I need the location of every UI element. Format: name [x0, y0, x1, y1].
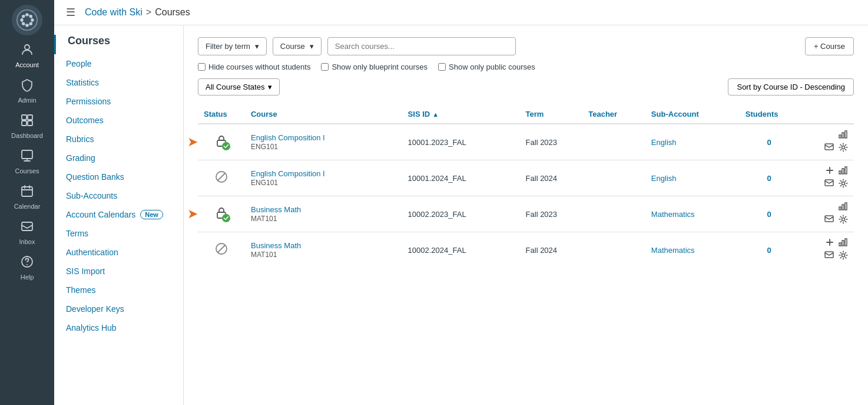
add-action-icon-3[interactable] [826, 238, 834, 248]
course-name-link-3[interactable]: Business Math [251, 241, 396, 250]
teacher-cell-2 [582, 196, 645, 232]
lock-icon-2 [216, 207, 227, 221]
svg-rect-28 [839, 171, 841, 174]
subaccount-link-0[interactable]: English [651, 138, 677, 147]
all-course-states-dropdown[interactable]: All Course States ▾ [198, 78, 280, 96]
settings-action-icon-2[interactable] [839, 215, 848, 226]
hide-without-students-input[interactable] [198, 63, 206, 71]
sidebar-label-rubrics: Rubrics [66, 134, 94, 144]
sidebar-item-statistics[interactable]: Statistics [54, 73, 183, 92]
settings-action-icon-1[interactable] [839, 179, 848, 190]
row-arrow-indicator-0: ➤ [187, 134, 198, 150]
filter-term-chevron: ▾ [255, 42, 259, 51]
sidebar-item-grading[interactable]: Grading [54, 149, 183, 167]
unpublished-icon-1 [215, 170, 228, 186]
col-header-status: Status [198, 105, 245, 124]
svg-rect-22 [839, 135, 841, 138]
settings-action-icon-3[interactable] [839, 251, 848, 262]
status-cell-0: ➤ [198, 124, 245, 160]
col-header-sisid[interactable]: SIS ID ▲ [402, 105, 520, 124]
show-public-input[interactable] [438, 63, 446, 71]
nav-label-dashboard: Dashboard [11, 132, 43, 139]
search-courses-input[interactable] [327, 37, 516, 55]
sort-by-button[interactable]: Sort by Course ID - Descending [728, 78, 854, 96]
nav-item-calendar[interactable]: Calendar [0, 179, 54, 215]
course-name-link-0[interactable]: English Composition I [251, 133, 396, 142]
row-arrow-indicator-2: ➤ [187, 206, 198, 222]
sidebar-item-sis-import[interactable]: SIS Import [54, 262, 183, 281]
show-blueprint-checkbox[interactable]: Show only blueprint courses [321, 62, 428, 71]
course-cell-0: English Composition IENG101 [245, 124, 402, 160]
sidebar-label-statistics: Statistics [66, 78, 99, 87]
course-cell-1: English Composition IENG101 [245, 160, 402, 196]
nav-item-help[interactable]: Help [0, 250, 54, 285]
svg-point-4 [20, 18, 23, 21]
stats-action-icon-0[interactable] [839, 130, 848, 140]
show-blueprint-input[interactable] [321, 63, 329, 71]
sidebar-item-people[interactable]: People [54, 54, 183, 73]
hamburger-menu-icon[interactable]: ☰ [66, 6, 75, 19]
breadcrumb-current: Courses [155, 7, 190, 18]
sidebar-item-rubrics[interactable]: Rubrics [54, 130, 183, 149]
student-count-0: 0 [746, 138, 793, 147]
course-name-link-2[interactable]: Business Math [251, 205, 396, 214]
subaccount-link-1[interactable]: English [651, 174, 677, 183]
sidebar-label-sub-accounts: Sub-Accounts [66, 191, 117, 200]
stats-action-icon-3[interactable] [839, 238, 848, 248]
sidebar-item-authentication[interactable]: Authentication [54, 243, 183, 262]
unpublished-icon-3 [215, 242, 228, 258]
svg-rect-23 [842, 133, 844, 138]
filter-by-term-dropdown[interactable]: Filter by term ▾ [198, 37, 267, 55]
sidebar-label-permissions: Permissions [66, 97, 111, 106]
student-count-1: 0 [746, 174, 793, 183]
svg-point-7 [29, 22, 32, 25]
stats-action-icon-1[interactable] [839, 166, 848, 176]
subaccount-link-2[interactable]: Mathematics [651, 210, 695, 219]
breadcrumb-home-link[interactable]: Code with Ski [85, 7, 143, 18]
add-course-button[interactable]: + Course [805, 37, 854, 55]
sidebar-item-account-calendars[interactable]: Account Calendars New [54, 205, 183, 224]
svg-point-8 [29, 15, 32, 18]
nav-item-dashboard[interactable]: Dashboard [0, 108, 54, 144]
hide-without-students-checkbox[interactable]: Hide courses without students [198, 62, 310, 71]
course-name-link-1[interactable]: English Composition I [251, 169, 396, 178]
sidebar-item-developer-keys[interactable]: Developer Keys [54, 299, 183, 318]
sidebar-item-permissions[interactable]: Permissions [54, 92, 183, 111]
show-public-label: Show only public courses [449, 62, 535, 71]
sidebar-item-terms[interactable]: Terms [54, 224, 183, 243]
email-action-icon-1[interactable] [824, 179, 834, 190]
svg-point-21 [222, 142, 230, 150]
nav-item-account[interactable]: Account [0, 38, 54, 73]
course-cell-2: Business MathMAT101 [245, 196, 402, 232]
add-action-icon-1[interactable] [826, 166, 834, 176]
subaccount-link-3[interactable]: Mathematics [651, 246, 695, 255]
filter-row: Filter by term ▾ Course ▾ + Course [198, 37, 854, 55]
settings-action-icon-0[interactable] [839, 143, 848, 154]
sidebar-item-outcomes[interactable]: Outcomes [54, 111, 183, 130]
actions-cell-2 [799, 196, 854, 232]
course-code-3: MAT101 [251, 251, 277, 259]
sidebar-item-themes[interactable]: Themes [54, 281, 183, 299]
nav-item-courses[interactable]: Courses [0, 144, 54, 179]
svg-point-39 [842, 218, 845, 221]
filter-by-type-dropdown[interactable]: Course ▾ [273, 37, 322, 55]
stats-action-icon-2[interactable] [839, 202, 848, 212]
sidebar-item-sub-accounts[interactable]: Sub-Accounts [54, 186, 183, 205]
email-action-icon-3[interactable] [824, 251, 834, 262]
nav-item-admin[interactable]: Admin [0, 73, 54, 108]
filter-type-chevron: ▾ [310, 42, 314, 51]
email-action-icon-0[interactable] [824, 143, 834, 154]
course-code-1: ENG101 [251, 179, 278, 187]
nav-item-inbox[interactable]: Inbox [0, 215, 54, 250]
show-public-checkbox[interactable]: Show only public courses [438, 62, 535, 71]
students-cell-0: 0 [740, 124, 799, 160]
sidebar-item-question-banks[interactable]: Question Banks [54, 167, 183, 186]
svg-rect-44 [825, 252, 833, 258]
sidebar-label-authentication: Authentication [66, 248, 118, 257]
email-action-icon-2[interactable] [824, 215, 834, 226]
svg-point-3 [25, 24, 28, 27]
svg-point-10 [25, 45, 29, 50]
svg-rect-13 [22, 121, 26, 126]
sidebar-item-analytics-hub[interactable]: Analytics Hub [54, 318, 183, 337]
calendar-icon [20, 184, 34, 201]
